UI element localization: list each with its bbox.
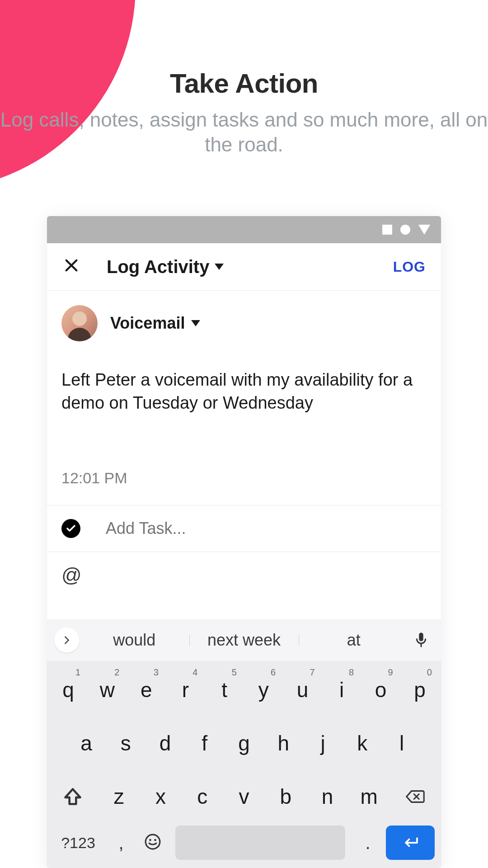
task-input[interactable]: [106, 519, 427, 538]
suggestion-row: would next week at: [47, 619, 441, 661]
comma-key[interactable]: ,: [108, 833, 135, 853]
key-n[interactable]: n: [311, 772, 344, 821]
key-g[interactable]: g: [227, 719, 261, 768]
key-row-1: q1 w2 e3 r4 t5 y6 u7 i8 o9 p0: [47, 661, 441, 714]
phone-frame: Log Activity LOG Voicemail Left Peter a …: [47, 216, 441, 868]
hero-title: Take Action: [0, 68, 488, 99]
mention-icon: @: [61, 564, 82, 586]
key-h[interactable]: h: [267, 719, 300, 768]
key-u[interactable]: u7: [286, 665, 319, 714]
svg-point-1: [145, 835, 160, 849]
key-row-bottom: ?123 , .: [47, 821, 441, 868]
nav-recent-icon: [382, 225, 392, 235]
task-check-icon: [61, 519, 80, 538]
key-row-3: z x c v b n m: [47, 768, 441, 821]
key-y[interactable]: y6: [247, 665, 280, 714]
close-button[interactable]: [58, 253, 85, 280]
key-q[interactable]: q1: [52, 665, 85, 714]
hero-subtitle: Log calls, notes, assign tasks and so mu…: [0, 107, 488, 157]
key-i[interactable]: i8: [325, 665, 358, 714]
key-l[interactable]: l: [385, 719, 418, 768]
note-textarea[interactable]: Left Peter a voicemail with my availabil…: [61, 368, 427, 415]
nav-back-icon: [418, 225, 430, 235]
key-w[interactable]: w2: [90, 665, 124, 714]
expand-suggestions-button[interactable]: [54, 627, 80, 653]
contact-avatar[interactable]: [61, 305, 98, 341]
add-task-row[interactable]: [47, 505, 441, 552]
activity-type-label: Voicemail: [110, 314, 185, 333]
log-button[interactable]: LOG: [393, 259, 430, 275]
svg-point-3: [154, 839, 156, 841]
key-m[interactable]: m: [352, 772, 386, 821]
suggestion-3[interactable]: at: [299, 631, 408, 650]
emoji-key[interactable]: [139, 833, 166, 852]
key-o[interactable]: o9: [364, 665, 398, 714]
key-d[interactable]: d: [149, 719, 182, 768]
nav-home-icon: [400, 225, 410, 235]
symbols-key[interactable]: ?123: [53, 834, 103, 852]
key-row-2: a s d f g h j k l: [47, 714, 441, 768]
voice-input-button[interactable]: [408, 632, 434, 649]
status-bar: [47, 216, 441, 243]
svg-point-2: [149, 839, 151, 841]
key-z[interactable]: z: [102, 772, 136, 821]
key-v[interactable]: v: [227, 772, 261, 821]
key-p[interactable]: p0: [403, 665, 436, 714]
chevron-down-icon: [215, 264, 224, 270]
space-key[interactable]: [175, 826, 345, 860]
chevron-down-icon: [191, 320, 200, 326]
backspace-key[interactable]: [394, 776, 436, 817]
shift-key[interactable]: [52, 776, 94, 817]
key-e[interactable]: e3: [130, 665, 163, 714]
key-k[interactable]: k: [346, 719, 379, 768]
period-key[interactable]: .: [354, 833, 381, 853]
svg-rect-0: [419, 632, 423, 641]
close-icon: [64, 256, 79, 278]
app-header: Log Activity LOG: [47, 243, 441, 291]
mention-row[interactable]: @: [47, 552, 441, 604]
suggestion-1[interactable]: would: [80, 631, 189, 650]
suggestion-2[interactable]: next week: [189, 631, 299, 650]
key-c[interactable]: c: [186, 772, 219, 821]
keyboard: would next week at q1 w2 e3 r4 t5 y6 u7 …: [47, 619, 441, 868]
key-b[interactable]: b: [269, 772, 302, 821]
screen-title-dropdown[interactable]: Log Activity: [107, 257, 224, 277]
screen-title: Log Activity: [107, 257, 209, 277]
key-r[interactable]: r4: [169, 665, 202, 714]
key-f[interactable]: f: [188, 719, 221, 768]
key-s[interactable]: s: [109, 719, 142, 768]
enter-key[interactable]: [386, 826, 435, 860]
key-a[interactable]: a: [70, 719, 103, 768]
key-x[interactable]: x: [144, 772, 178, 821]
timestamp: 12:01 PM: [61, 469, 427, 487]
key-t[interactable]: t5: [208, 665, 241, 714]
activity-type-dropdown[interactable]: Voicemail: [110, 314, 200, 333]
key-j[interactable]: j: [306, 719, 340, 768]
